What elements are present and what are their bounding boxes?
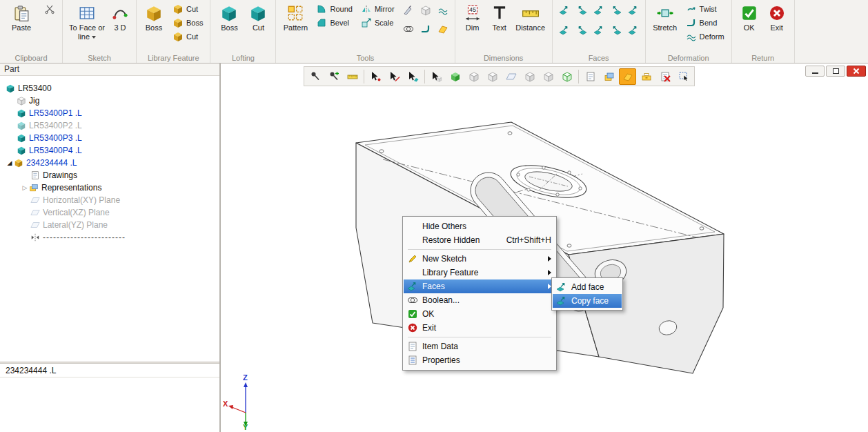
library-boss-small-button[interactable]: Boss bbox=[169, 16, 206, 29]
menu-item-restore-hidden[interactable]: Restore Hidden Ctrl+Shift+H bbox=[404, 233, 555, 247]
plane-icon bbox=[30, 195, 40, 205]
tree-item-part3[interactable]: LR53400P3 .L bbox=[0, 132, 219, 144]
select-vertex-button[interactable] bbox=[367, 68, 384, 85]
menu-item-exit[interactable]: Exit bbox=[404, 321, 555, 335]
plane-display-button[interactable] bbox=[502, 68, 520, 85]
scale-button[interactable]: Scale bbox=[357, 16, 398, 29]
distance-button[interactable]: Distance bbox=[513, 2, 549, 35]
library-cut-button[interactable]: Cut bbox=[169, 2, 206, 15]
facet-display-button[interactable] bbox=[465, 68, 482, 85]
copy-face-button[interactable] bbox=[556, 22, 573, 39]
ok-button[interactable]: OK bbox=[736, 2, 763, 35]
replace-face-button[interactable] bbox=[591, 22, 607, 39]
part-icon bbox=[17, 108, 26, 118]
shaded-edges-button[interactable] bbox=[558, 68, 575, 85]
fence-select-button[interactable] bbox=[675, 68, 692, 85]
group-label-clipboard: Clipboard bbox=[0, 54, 62, 62]
copy-face-tool-button[interactable] bbox=[619, 68, 636, 85]
faces-icon bbox=[407, 281, 418, 292]
tree-item-jig[interactable]: Jig bbox=[0, 95, 219, 107]
menu-item-library-feature[interactable]: Library Feature bbox=[404, 266, 555, 279]
round-button[interactable]: Round bbox=[313, 2, 355, 15]
menu-item-hide-others[interactable]: Hide Others bbox=[404, 219, 555, 233]
menu-item-item-data[interactable]: Item Data bbox=[404, 340, 555, 353]
emboss-button[interactable] bbox=[400, 21, 417, 37]
exit-button[interactable]: Exit bbox=[763, 2, 791, 35]
paste-button[interactable]: Paste bbox=[3, 2, 39, 35]
cut-button[interactable] bbox=[41, 2, 59, 15]
pattern-button[interactable]: Pattern bbox=[279, 2, 311, 35]
export-drawer-button[interactable] bbox=[638, 68, 655, 85]
measure-ruler-button[interactable] bbox=[344, 68, 361, 85]
close-button[interactable] bbox=[847, 66, 866, 77]
mirror-button[interactable]: Mirror bbox=[357, 2, 398, 15]
menu-item-faces[interactable]: Faces bbox=[404, 279, 555, 293]
tree-item-horizontal-plane[interactable]: Horizontal(XY) Plane bbox=[0, 194, 219, 206]
library-boss-button[interactable]: Boss bbox=[140, 2, 168, 35]
bottom-list-item[interactable]: 234234444 .L bbox=[0, 364, 219, 377]
box-display-button[interactable] bbox=[521, 68, 538, 85]
pushpin-add-button[interactable] bbox=[325, 68, 342, 85]
loft-cut-button[interactable]: Cut bbox=[244, 2, 272, 35]
submenu-item-copy-face[interactable]: Copy face bbox=[553, 294, 622, 308]
text-button[interactable]: Text bbox=[486, 2, 513, 35]
delete-face-tool-button[interactable] bbox=[656, 68, 673, 85]
submenu-item-add-face[interactable]: Add face bbox=[553, 280, 622, 294]
tree-item-part2[interactable]: LR53400P2 .L bbox=[0, 119, 219, 132]
bom-sheet-button[interactable] bbox=[582, 68, 599, 85]
move-face-button[interactable] bbox=[556, 2, 573, 19]
menu-item-new-sketch[interactable]: New Sketch bbox=[404, 252, 555, 266]
offset-face-button[interactable] bbox=[573, 2, 590, 19]
thread-button[interactable] bbox=[435, 2, 451, 19]
split-face-icon bbox=[611, 25, 622, 36]
dim-button[interactable]: 45 Dim bbox=[459, 2, 486, 35]
bevel-button[interactable]: Bevel bbox=[313, 16, 355, 29]
tree-item-vertical-plane[interactable]: Vertical(XZ) Plane bbox=[0, 206, 219, 219]
solid-mode-button[interactable] bbox=[446, 68, 464, 85]
tree-item-lateral-plane[interactable]: Lateral(YZ) Plane bbox=[0, 219, 219, 231]
select-face-button[interactable] bbox=[404, 68, 422, 85]
extend-face-button[interactable] bbox=[625, 2, 642, 19]
pushpin-button[interactable] bbox=[306, 68, 324, 85]
tree-item-active-part[interactable]: 234234444 .L bbox=[0, 157, 219, 169]
tree-item-section-marker[interactable]: ------------------------ bbox=[0, 231, 219, 244]
to-face-or-line-button[interactable]: To Face or line bbox=[66, 2, 108, 43]
tree-root-label: LR53400 bbox=[18, 84, 52, 93]
stamp-button[interactable] bbox=[435, 21, 451, 37]
layers-button[interactable] bbox=[600, 68, 618, 85]
shell-button[interactable] bbox=[417, 2, 434, 19]
move-face-icon bbox=[559, 5, 570, 16]
maximize-button[interactable] bbox=[826, 66, 845, 77]
split-face-button[interactable] bbox=[608, 22, 624, 39]
select-feature-button[interactable] bbox=[428, 68, 445, 85]
expander-open-icon[interactable] bbox=[6, 159, 14, 166]
wire-display-button[interactable] bbox=[484, 68, 501, 85]
rotate-face-button[interactable] bbox=[608, 2, 624, 19]
rib-button[interactable] bbox=[417, 21, 434, 37]
match-face-button[interactable] bbox=[591, 2, 607, 19]
minimize-button[interactable] bbox=[805, 66, 825, 77]
tree-item-representations[interactable]: Representations bbox=[0, 181, 219, 194]
tree-item-part4[interactable]: LR53400P4 .L bbox=[0, 144, 219, 157]
shell-display-button[interactable] bbox=[540, 68, 557, 85]
shortcut-label: Ctrl+Shift+H bbox=[506, 235, 551, 245]
bend-button[interactable]: Bend bbox=[682, 16, 728, 29]
delete-face-button[interactable] bbox=[573, 22, 590, 39]
loft-boss-button[interactable]: Boss bbox=[214, 2, 244, 35]
twist-button[interactable]: Twist bbox=[682, 2, 728, 15]
select-edge-button[interactable] bbox=[386, 68, 403, 85]
merge-face-button[interactable] bbox=[625, 22, 642, 39]
menu-item-boolean[interactable]: Boolean... bbox=[404, 293, 555, 307]
tree-item-part1[interactable]: LR53400P1 .L bbox=[0, 107, 219, 119]
tree-item-root[interactable]: LR53400 bbox=[0, 82, 219, 95]
tree-item-drawings[interactable]: Drawings bbox=[0, 169, 219, 181]
menu-item-properties[interactable]: Properties bbox=[404, 353, 555, 367]
stretch-button[interactable]: Stretch bbox=[649, 2, 681, 35]
sketch-3d-button[interactable]: 3 D bbox=[108, 2, 132, 35]
deform-button[interactable]: Deform bbox=[682, 30, 728, 43]
slice-button[interactable] bbox=[400, 2, 417, 19]
menu-item-ok[interactable]: OK bbox=[404, 307, 555, 321]
library-cut-small-button[interactable]: Cut bbox=[169, 30, 206, 43]
scene-browser-panel: Part LR53400 Jig LR53400P1 .L LR53400P2 … bbox=[0, 63, 221, 432]
expander-closed-icon[interactable] bbox=[21, 184, 29, 191]
